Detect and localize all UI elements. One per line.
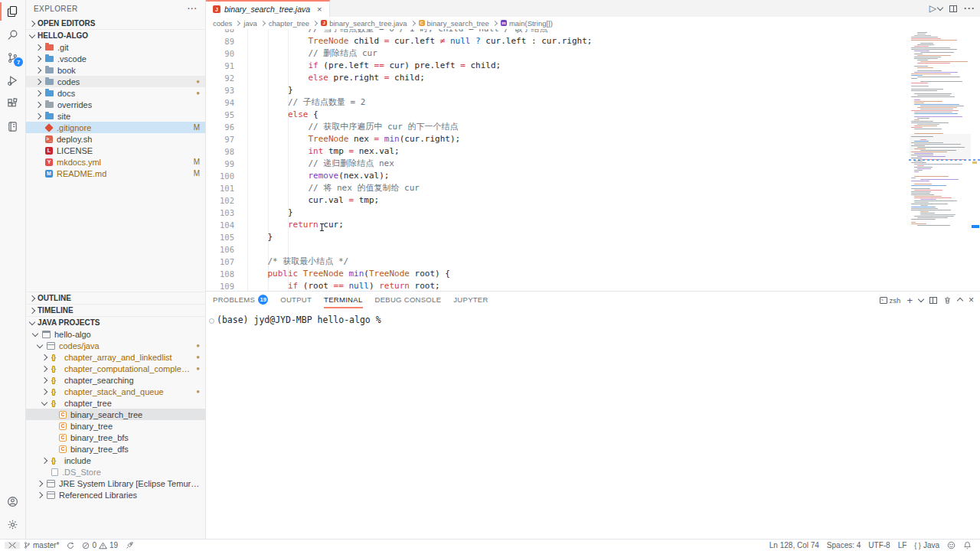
- line-number[interactable]: 104: [206, 219, 234, 231]
- explorer-item-codes[interactable]: codes●: [26, 76, 205, 87]
- notifications-item[interactable]: [959, 541, 975, 549]
- code-line-93[interactable]: 93}: [206, 84, 907, 96]
- java-tree-item-chapter_tree[interactable]: {}chapter_tree: [26, 397, 205, 409]
- trash-icon[interactable]: [943, 296, 952, 305]
- explorer-item-LICENSE[interactable]: LLICENSE: [26, 145, 205, 156]
- java-tree-item-binary_tree_dfs[interactable]: Cbinary_tree_dfs: [26, 443, 205, 455]
- sync-item[interactable]: [63, 542, 78, 549]
- project-root-section[interactable]: HELLO-ALGO: [26, 29, 205, 41]
- problems-item[interactable]: 0 19: [78, 541, 122, 549]
- more-actions-icon[interactable]: ···: [964, 3, 975, 14]
- eol-item[interactable]: LF: [894, 541, 911, 549]
- extensions-activity-button[interactable]: [0, 92, 25, 115]
- code-line-91[interactable]: 91if (pre.left == cur) pre.left = child;: [206, 60, 907, 72]
- close-panel-icon[interactable]: ×: [969, 295, 974, 305]
- line-number[interactable]: 106: [206, 243, 234, 256]
- line-number[interactable]: 107: [206, 256, 234, 268]
- explorer-item-mkdocs.yml[interactable]: Ymkdocs.ymlM: [26, 156, 205, 168]
- cursor-position-item[interactable]: Ln 128, Col 74: [766, 541, 823, 549]
- code-editor[interactable]: 88// 当子结点数量 = 0 / 1 时, child = null / 该子…: [206, 29, 980, 291]
- panel-tab-jupyter[interactable]: JUPYTER: [453, 292, 488, 308]
- code-line-103[interactable]: 103}: [206, 207, 907, 219]
- explorer-more-actions-icon[interactable]: ···: [188, 5, 198, 13]
- new-terminal-button[interactable]: +: [906, 295, 913, 306]
- line-number[interactable]: 109: [206, 280, 234, 291]
- line-number[interactable]: 102: [206, 194, 234, 207]
- explorer-item-overrides[interactable]: overrides: [26, 99, 205, 110]
- notebook-activity-button[interactable]: [0, 115, 25, 138]
- explorer-activity-button[interactable]: [0, 0, 25, 23]
- java-tree-item-codes-java[interactable]: codes/java●: [26, 340, 205, 351]
- line-number[interactable]: 88: [206, 29, 234, 35]
- code-line-104[interactable]: 104return cur;: [206, 219, 907, 231]
- java-tree-item-hello-algo[interactable]: hello-algo: [26, 328, 205, 340]
- split-editor-icon[interactable]: [949, 5, 957, 12]
- line-number[interactable]: 108: [206, 268, 234, 280]
- java-tree-item-binary_tree[interactable]: Cbinary_tree: [26, 420, 205, 432]
- line-number[interactable]: 103: [206, 207, 234, 219]
- line-number[interactable]: 98: [206, 145, 234, 158]
- breadcrumb-item[interactable]: Cbinary_search_tree: [419, 19, 489, 28]
- line-number[interactable]: 95: [206, 109, 234, 121]
- line-number[interactable]: 96: [206, 121, 234, 133]
- open-editors-section[interactable]: OPEN EDITORS: [26, 18, 205, 29]
- java-projects-section[interactable]: JAVA PROJECTS: [26, 316, 205, 328]
- code-line-94[interactable]: 94// 子结点数量 = 2: [206, 96, 907, 109]
- settings-button[interactable]: [0, 513, 25, 536]
- explorer-item-site[interactable]: site: [26, 110, 205, 122]
- language-mode-item[interactable]: { } Java: [910, 541, 943, 549]
- panel-tab-output[interactable]: OUTPUT: [280, 292, 312, 308]
- code-line-105[interactable]: 105}: [206, 231, 907, 243]
- encoding-item[interactable]: UTF-8: [864, 541, 893, 549]
- code-line-106[interactable]: 106: [206, 243, 907, 256]
- panel-tab-terminal[interactable]: TERMINAL: [324, 292, 362, 308]
- line-number[interactable]: 97: [206, 133, 234, 145]
- java-tree-item-chapter_stack_and_queue[interactable]: {}chapter_stack_and_queue●: [26, 386, 205, 397]
- run-button[interactable]: ▷: [929, 3, 942, 14]
- outline-section[interactable]: OUTLINE: [26, 292, 205, 304]
- maximize-panel-icon[interactable]: [957, 298, 963, 304]
- run-debug-activity-button[interactable]: [0, 69, 25, 92]
- java-tree-item-binary_tree_bfs[interactable]: Cbinary_tree_bfs: [26, 432, 205, 443]
- indentation-item[interactable]: Spaces: 4: [823, 541, 864, 549]
- code-line-89[interactable]: 89TreeNode child = cur.left ≠ null ? cur…: [206, 35, 907, 47]
- java-tree-item-binary_search_tree[interactable]: Cbinary_search_tree: [26, 409, 205, 420]
- java-tree-item-jre-system-library-eclipse-temurin-17-17-[interactable]: JRE System Library [Eclipse Temurin 17 […: [26, 478, 205, 489]
- terminal[interactable]: (base) jyd@JYD-MBP hello-algo %: [206, 308, 980, 539]
- code-line-101[interactable]: 101// 将 nex 的值复制给 cur: [206, 182, 907, 194]
- source-control-activity-button[interactable]: 7: [0, 46, 25, 69]
- code-area[interactable]: 88// 当子结点数量 = 0 / 1 时, child = null / 该子…: [206, 29, 907, 291]
- code-line-109[interactable]: 109if (root == null) return root;: [206, 280, 907, 291]
- panel-tab-problems[interactable]: PROBLEMS19: [213, 292, 268, 308]
- explorer-item-book[interactable]: book: [26, 64, 205, 76]
- breadcrumb-item[interactable]: codes: [213, 19, 232, 28]
- java-tree-item--ds_store[interactable]: .DS_Store: [26, 466, 205, 478]
- remote-indicator[interactable]: [5, 542, 20, 549]
- java-status-item[interactable]: [122, 541, 138, 549]
- line-number[interactable]: 105: [206, 231, 234, 243]
- java-tree-item-chapter_searching[interactable]: {}chapter_searching: [26, 374, 205, 386]
- code-line-107[interactable]: 107/* 获取最小结点 */: [206, 256, 907, 268]
- line-number[interactable]: 99: [206, 158, 234, 170]
- overview-ruler[interactable]: [971, 29, 980, 291]
- code-line-108[interactable]: 108public TreeNode min(TreeNode root) {: [206, 268, 907, 280]
- git-branch-item[interactable]: master*: [20, 541, 63, 549]
- java-tree-item-chapter_array_and_linkedlist[interactable]: {}chapter_array_and_linkedlist●: [26, 351, 205, 363]
- line-number[interactable]: 89: [206, 35, 234, 47]
- explorer-item-.vscode[interactable]: .vscode: [26, 53, 205, 64]
- close-icon[interactable]: ×: [317, 5, 322, 14]
- breadcrumb-item[interactable]: Jbinary_search_tree.java: [321, 19, 407, 28]
- code-line-96[interactable]: 96// 获取中序遍历中 cur 的下一个结点: [206, 121, 907, 133]
- code-line-88[interactable]: 88// 当子结点数量 = 0 / 1 时, child = null / 该子…: [206, 29, 907, 35]
- split-terminal-icon[interactable]: [929, 297, 937, 304]
- java-tree-item-chapter_computational_complexity[interactable]: {}chapter_computational_complexity●: [26, 363, 205, 374]
- line-number[interactable]: 93: [206, 84, 234, 96]
- line-number[interactable]: 94: [206, 96, 234, 109]
- account-button[interactable]: [0, 490, 25, 513]
- breadcrumb-item[interactable]: chapter_tree: [269, 19, 309, 28]
- code-line-97[interactable]: 97TreeNode nex = min(cur.right);: [206, 133, 907, 145]
- java-tree-item-include[interactable]: {}include: [26, 455, 205, 466]
- java-tree-item-referenced-libraries[interactable]: Referenced Libraries: [26, 489, 205, 500]
- code-line-90[interactable]: 90// 删除结点 cur: [206, 47, 907, 60]
- explorer-item-.git[interactable]: .git: [26, 41, 205, 53]
